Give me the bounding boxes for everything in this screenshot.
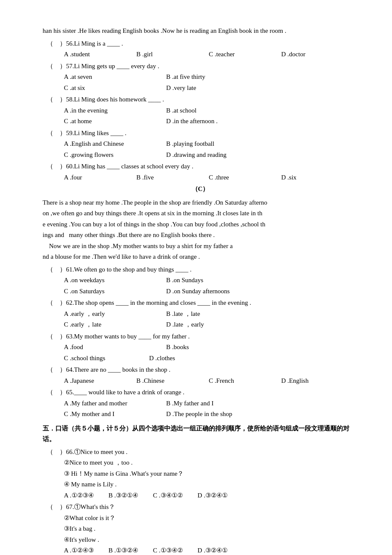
q60-answer: （C） (43, 184, 358, 195)
q67-optC: C .①③④② (153, 545, 189, 555)
q66-optC: C .③④①② (153, 490, 189, 501)
question-64: （ ）64.There are no ____ books in the sho… (43, 364, 358, 386)
q58-optD: D .in the afternoon . (166, 116, 251, 127)
q58-options2: C .at home D .in the afternoon . (64, 116, 358, 127)
question-66: （ ）66.①Nice to meet you . ②Nice to meet … (43, 447, 358, 501)
q57-options2: C .at six D .very late (64, 83, 358, 94)
question-58: （ ）58.Li Ming does his homework ____ . A… (43, 94, 358, 127)
q66-text: （ ）66.①Nice to meet you . (47, 447, 358, 458)
exam-content: han his sister .He likes reading English… (43, 26, 358, 555)
q57-optD: D .very late (166, 83, 251, 94)
passage2: There is a shop near my home .The people… (43, 197, 358, 263)
passage2-line6: nd a blouse for me .Then we'd like to ha… (43, 253, 200, 260)
q58-optA: A .in the evening (64, 105, 149, 116)
passage2-line3: e evening .You can buy a lot of things i… (43, 221, 265, 228)
q58-text: （ ）58.Li Ming does his homework ____ . (47, 94, 358, 105)
q66-optD: D .③②④① (198, 490, 228, 501)
q67-sub3: ③It's a bag . (64, 523, 358, 535)
q59-optB: B .playing football (166, 139, 251, 150)
q65-options: A .My father and mother B .My father and… (64, 398, 358, 409)
q64-options: A .Japanese B .Chinese C .French D .Engl… (64, 376, 358, 387)
q63-text: （ ）63.My mother wants to buy ____ for my… (47, 331, 358, 342)
intro-passage: han his sister .He likes reading English… (43, 26, 358, 37)
q66-optB: B .③②①④ (109, 490, 145, 501)
q60-options: A .four B .five C .three D .six (64, 172, 358, 183)
q66-sub4: ④ My name is Lily . (64, 479, 358, 490)
q64-optB: B .Chinese (136, 376, 200, 387)
q58-optC: C .at home (64, 116, 149, 127)
q57-options: A .at seven B .at five thirty (64, 72, 358, 83)
question-67: （ ）67.①What's this？ ②What color is it？ ③… (43, 502, 358, 555)
q67-optD: D .③②④① (198, 545, 228, 555)
question-60: （ ）60.Li Ming has ____ classes at school… (43, 161, 358, 195)
q58-options: A .in the evening B .at school (64, 105, 358, 116)
q61-options2: C .on Saturdays D .on Sunday afternoons (64, 286, 358, 297)
q60-optA: A .four (64, 172, 128, 183)
q56-optD: D .doctor (281, 49, 345, 60)
q59-options: A .English and Chinese B .playing footba… (64, 139, 358, 150)
question-56: （ ）56.Li Ming is a ____ . A .student B .… (43, 38, 358, 60)
q59-text: （ ）59.Li Ming likes ____ . (47, 128, 358, 139)
q65-optD: D .The people in the shop (166, 409, 251, 420)
question-62: （ ）62.The shop opens ____ in the morning… (43, 298, 358, 330)
question-57: （ ）57.Li Ming gets up ____ every day . A… (43, 61, 358, 94)
q67-optB: B .①③②④ (109, 545, 145, 555)
q64-optA: A .Japanese (64, 376, 128, 387)
q62-optB: B .late ，late (166, 309, 251, 320)
q60-optC: C .three (209, 172, 273, 183)
q65-optB: B .My father and I (166, 398, 251, 409)
q56-optC: C .teacher (209, 49, 273, 60)
q67-optA: A .①②④③ (64, 545, 100, 555)
q63-optB: B .books (166, 342, 251, 353)
q56-optA: A .student (64, 49, 128, 60)
q66-options: A .①②③④ B .③②①④ C .③④①② D .③②④① (64, 490, 358, 501)
q65-optA: A .My father and mother (64, 398, 149, 409)
q59-optA: A .English and Chinese (64, 139, 149, 150)
q61-optD: D .on Sunday afternoons (166, 286, 251, 297)
passage2-line2: on ,we often go and buy things there .It… (43, 210, 262, 217)
q57-optA: A .at seven (64, 72, 149, 83)
q61-optB: B .on Sundays (166, 275, 251, 286)
q59-options2: C .growing flowers D .drawing and readin… (64, 150, 358, 161)
q60-text: （ ）60.Li Ming has ____ classes at school… (47, 161, 358, 172)
q57-optC: C .at six (64, 83, 149, 94)
question-63: （ ）63.My mother wants to buy ____ for my… (43, 331, 358, 364)
q62-text: （ ）62.The shop opens ____ in the morning… (47, 298, 358, 309)
q61-optC: C .on Saturdays (64, 286, 149, 297)
q60-optD: D .six (281, 172, 345, 183)
q56-text: （ ）56.Li Ming is a ____ . (47, 38, 358, 49)
q62-options: A .early ，early B .late ，late (64, 309, 358, 320)
q62-options2: C .early ，late D .late ，early (64, 319, 358, 330)
q60-optB: B .five (136, 172, 200, 183)
question-59: （ ）59.Li Ming likes ____ . A .English an… (43, 128, 358, 161)
section5-title: 五．口语（共５小题，计５分）从四个选项中选出一组正确的排列顺序，使所给的语句组成… (43, 423, 358, 445)
q67-options: A .①②④③ B .①③②④ C .①③④② D .③②④① (64, 545, 358, 555)
q67-sub2: ②What color is it？ (64, 513, 358, 524)
q63-options: A .food B .books (64, 342, 358, 353)
q57-optB: B .at five thirty (166, 72, 251, 83)
question-61: （ ）61.We often go to the shop and buy th… (43, 264, 358, 297)
q63-optD: D .clothes (149, 353, 234, 364)
q58-optB: B .at school (166, 105, 251, 116)
q56-optB: B .girl (136, 49, 200, 60)
q62-optA: A .early ，early (64, 309, 149, 320)
q66-sub3: ③ Hi！My name is Gina .What's your name？ (64, 468, 358, 480)
q64-text: （ ）64.There are no ____ books in the sho… (47, 364, 358, 376)
q67-text: （ ）67.①What's this？ (47, 502, 358, 513)
q63-options2: C .school things D .clothes (64, 353, 358, 364)
q59-optC: C .growing flowers (64, 150, 149, 161)
question-65: （ ）65.____ would like to have a drink of… (43, 387, 358, 420)
passage2-line4: ings and many other things .But there ar… (43, 231, 215, 238)
q64-optD: D .English (281, 376, 345, 387)
q57-text: （ ）57.Li Ming gets up ____ every day . (47, 61, 358, 72)
q61-options: A .on weekdays B .on Sundays (64, 275, 358, 286)
q63-optA: A .food (64, 342, 149, 353)
q56-options: A .student B .girl C .teacher D .doctor (64, 49, 358, 60)
q66-sub2: ②Nice to meet you ，too . (64, 457, 358, 468)
q64-optC: C .French (209, 376, 273, 387)
passage2-line5: Now we are in the shop .My mother wants … (43, 243, 233, 249)
q65-text: （ ）65.____ would like to have a drink of… (47, 387, 358, 398)
q65-optC: C .My mother and I (64, 409, 149, 420)
q61-text: （ ）61.We often go to the shop and buy th… (47, 264, 358, 275)
q59-optD: D .drawing and reading (166, 150, 251, 161)
